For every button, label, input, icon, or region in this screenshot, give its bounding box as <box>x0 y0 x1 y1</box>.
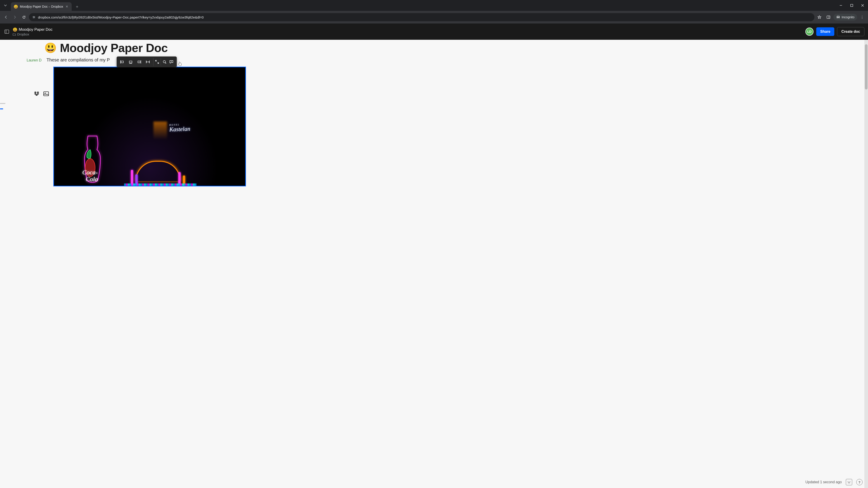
cola-text-bottom: Cola <box>86 175 98 183</box>
align-right-icon[interactable] <box>135 58 143 66</box>
back-button[interactable] <box>2 13 10 21</box>
hotel-script-label: Kastelan <box>169 125 190 133</box>
page-title[interactable]: Moodjoy Paper Doc <box>60 41 168 55</box>
subtitle-text[interactable]: These are compilations of my P <box>46 57 110 63</box>
window-controls <box>835 0 868 11</box>
minimize-button[interactable] <box>835 0 846 11</box>
browser-menu-icon[interactable]: ⋮ <box>858 13 866 21</box>
svg-point-17 <box>163 61 165 63</box>
side-panel-icon[interactable] <box>825 13 833 21</box>
outline-mark[interactable] <box>0 103 5 104</box>
svg-point-30 <box>850 481 850 482</box>
svg-point-3 <box>34 17 35 18</box>
tab-title: Moodjoy Paper Doc – Dropbox <box>20 5 63 8</box>
svg-rect-23 <box>43 92 49 96</box>
tab-close-icon[interactable]: ✕ <box>65 4 69 8</box>
maximize-button[interactable] <box>846 0 857 11</box>
crop-icon[interactable] <box>161 58 167 66</box>
app-header: 😃 Moodjoy Paper Doc Dropbox LD Share Cre… <box>0 24 868 40</box>
svg-rect-10 <box>121 61 123 63</box>
forward-button[interactable] <box>11 13 19 21</box>
svg-rect-26 <box>847 481 851 484</box>
create-doc-button[interactable]: Create doc <box>837 27 864 36</box>
svg-rect-1 <box>850 4 853 6</box>
cola-text-top: Coca- <box>82 169 98 176</box>
selected-image[interactable]: HOTEL Kastelan Coca- Cola <box>53 67 246 186</box>
outline-indicator[interactable] <box>0 103 5 109</box>
comment-icon[interactable] <box>167 58 176 66</box>
align-center-icon[interactable] <box>127 58 135 66</box>
fit-width-icon[interactable] <box>144 58 152 66</box>
location-label: Dropbox <box>17 33 29 36</box>
tab-favicon-emoji: 😃 <box>13 4 18 9</box>
tab-search-dropdown[interactable] <box>0 0 11 11</box>
help-icon[interactable]: ? <box>856 479 863 485</box>
sidebar-toggle-icon[interactable] <box>4 29 10 35</box>
author-name[interactable]: Lauren D <box>27 58 41 62</box>
image-toolbar <box>117 57 177 67</box>
svg-rect-7 <box>5 30 9 33</box>
incognito-badge[interactable]: Incognito <box>833 14 857 21</box>
site-settings-icon[interactable] <box>32 15 36 19</box>
scrollbar-thumb[interactable] <box>865 44 868 90</box>
incognito-label: Incognito <box>842 15 855 19</box>
status-bar: Updated 1 second ago ? <box>805 479 863 485</box>
outline-mark-active[interactable] <box>0 108 3 109</box>
breadcrumb[interactable]: Dropbox <box>13 33 53 36</box>
share-button[interactable]: Share <box>816 27 834 36</box>
svg-rect-31 <box>848 483 850 483</box>
svg-point-4 <box>33 18 34 18</box>
header-doc-emoji: 😃 <box>13 27 18 32</box>
address-bar[interactable]: dropbox.com/scl/fi/n3zfj9fyi392l1d8x5ist… <box>29 13 814 21</box>
svg-point-24 <box>45 93 46 94</box>
browser-titlebar: 😃 Moodjoy Paper Doc – Dropbox ✕ ＋ <box>0 0 868 11</box>
expand-icon[interactable] <box>153 58 159 66</box>
avatar-initials: LD <box>807 30 811 33</box>
avatar[interactable]: LD <box>805 28 813 36</box>
svg-point-29 <box>849 481 850 482</box>
doc-heading-emoji[interactable]: 😃 <box>44 42 57 54</box>
image-content: HOTEL Kastelan Coca- Cola <box>54 67 245 186</box>
document-viewport: 😃 Moodjoy Paper Doc Lauren D These are c… <box>0 40 868 488</box>
incognito-icon <box>836 15 840 19</box>
dropbox-icon[interactable] <box>33 91 40 97</box>
bookmark-star-icon[interactable] <box>815 13 824 21</box>
close-window-button[interactable] <box>857 0 868 11</box>
header-doc-title: Moodjoy Paper Doc <box>19 27 53 32</box>
keyboard-shortcuts-icon[interactable] <box>846 479 852 485</box>
scrollbar[interactable] <box>864 40 868 488</box>
reload-button[interactable] <box>20 13 28 21</box>
browser-tab[interactable]: 😃 Moodjoy Paper Doc – Dropbox ✕ <box>11 2 72 11</box>
svg-rect-5 <box>827 16 830 19</box>
align-left-icon[interactable] <box>118 58 126 66</box>
svg-point-2 <box>33 16 34 17</box>
updated-timestamp: Updated 1 second ago <box>805 480 842 484</box>
folder-icon <box>13 33 16 36</box>
svg-rect-14 <box>138 61 140 63</box>
new-tab-button[interactable]: ＋ <box>73 3 81 10</box>
browser-toolbar: dropbox.com/scl/fi/n3zfj9fyi392l1d8x5ist… <box>0 11 868 24</box>
url-text: dropbox.com/scl/fi/n3zfj9fyi392l1d8x5ist… <box>38 15 204 19</box>
svg-point-28 <box>848 481 849 482</box>
image-icon[interactable] <box>43 91 49 97</box>
svg-point-27 <box>847 481 848 482</box>
svg-rect-11 <box>129 61 132 63</box>
